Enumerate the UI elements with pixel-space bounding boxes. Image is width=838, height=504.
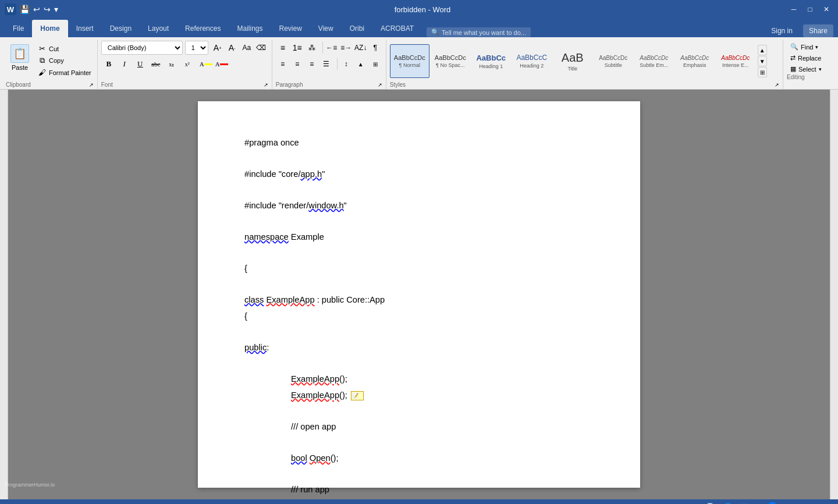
numbering-btn[interactable]: 1≡ — [290, 41, 304, 55]
style-subtitle[interactable]: AaBbCcDc Subtitle — [594, 44, 633, 78]
styles-expand[interactable]: ⊞ — [758, 67, 767, 77]
doc-line-5: { — [244, 262, 594, 275]
font-expand-icon[interactable]: ↗ — [264, 82, 268, 88]
doc-line-empty-1 — [244, 152, 594, 164]
line-spacing-btn[interactable]: ↕ — [339, 57, 353, 71]
cut-button[interactable]: ✂ Cut — [35, 43, 94, 54]
minimize-btn[interactable]: ─ — [787, 2, 801, 16]
copy-button[interactable]: ⧉ Copy — [35, 55, 94, 66]
decrease-indent-btn[interactable]: ←≡ — [325, 41, 339, 55]
tab-insert[interactable]: Insert — [68, 20, 102, 37]
clipboard-expand-icon[interactable]: ↗ — [89, 82, 94, 88]
status-bar-right: 📄 🌐 ☰ ─ + 100% — [704, 502, 832, 505]
tab-design[interactable]: Design — [102, 20, 140, 37]
paste-button[interactable]: 📋 Paste — [6, 42, 34, 73]
style-heading2[interactable]: AaBbCcC Heading 2 — [512, 44, 552, 78]
underline-button[interactable]: U — [133, 57, 148, 71]
paragraph-expand-icon[interactable]: ↗ — [378, 82, 382, 88]
tab-references[interactable]: References — [177, 20, 229, 37]
style-normal[interactable]: AaBbCcDc ¶ Normal — [390, 44, 429, 78]
doc-line-4: namespace Example — [244, 230, 594, 243]
tab-mailings[interactable]: Mailings — [229, 20, 271, 37]
scroll-area[interactable]: #pragma once #include "core/app.h" #incl… — [8, 90, 830, 499]
decrease-font-btn[interactable]: A- — [225, 41, 239, 55]
doc-line-empty-8 — [244, 405, 594, 417]
font-name-select[interactable]: Calibri (Body) — [101, 41, 183, 55]
sign-in-btn[interactable]: Sign in — [765, 24, 798, 37]
bold-button[interactable]: B — [101, 57, 116, 71]
save-icon[interactable]: 💾 — [20, 5, 30, 14]
style-emphasis[interactable]: AaBbCcDc Emphasis — [675, 44, 715, 78]
increase-indent-btn[interactable]: ≡→ — [339, 41, 353, 55]
tab-review[interactable]: Review — [271, 20, 310, 37]
scroll-bar-right[interactable] — [830, 90, 838, 499]
window-title: forbidden - Word — [58, 5, 787, 14]
tab-file[interactable]: File — [5, 20, 32, 37]
styles-scroll-up[interactable]: ▲ — [758, 45, 767, 55]
undo-icon[interactable]: ↩ — [33, 5, 40, 14]
sort-btn[interactable]: AZ↓ — [354, 41, 368, 55]
watermark: ProgrammerHumor.io — [5, 482, 55, 488]
styles-scroll-down[interactable]: ▼ — [758, 56, 767, 66]
style-title[interactable]: AaB Title — [553, 44, 592, 78]
text-highlight-btn[interactable]: A — [198, 57, 214, 71]
multilevel-btn[interactable]: ⁂ — [305, 41, 319, 55]
show-para-btn[interactable]: ¶ — [368, 41, 382, 55]
tab-layout[interactable]: Layout — [140, 20, 177, 37]
select-label: Select — [798, 66, 816, 73]
border-btn[interactable]: ⊞ — [368, 57, 382, 71]
style-heading1[interactable]: AaBbCc Heading 1 — [471, 44, 511, 78]
style-no-spacing[interactable]: AaBbCcDc ¶ No Spac... — [431, 44, 470, 78]
view-print-btn[interactable]: 📄 — [704, 502, 717, 505]
superscript-button[interactable]: x² — [180, 57, 195, 71]
maximize-btn[interactable]: □ — [803, 2, 817, 16]
format-painter-button[interactable]: 🖌 Format Painter — [35, 67, 94, 78]
bullets-btn[interactable]: ≡ — [276, 41, 290, 55]
more-quick-icon[interactable]: ▾ — [54, 5, 58, 14]
clipboard-group-label: Clipboard — [6, 81, 31, 88]
redo-icon[interactable]: ↪ — [44, 5, 51, 14]
align-right-btn[interactable]: ≡ — [305, 57, 319, 71]
change-case-btn[interactable]: Aa — [240, 41, 254, 55]
doc-line-1: #pragma once — [244, 136, 594, 149]
shading-btn[interactable]: ▲ — [354, 57, 368, 71]
tab-view[interactable]: View — [310, 20, 342, 37]
doc-line-empty-10 — [244, 468, 594, 480]
tab-home[interactable]: Home — [32, 20, 68, 37]
search-box[interactable]: 🔍 Tell me what you want to do... — [427, 27, 531, 37]
view-outline-btn[interactable]: ☰ — [739, 502, 750, 505]
paste-icon: 📋 — [10, 44, 29, 63]
zoom-slider-area: ─ + 100% — [754, 502, 832, 504]
italic-button[interactable]: I — [117, 57, 132, 71]
tab-oribi[interactable]: Oribi — [342, 20, 372, 37]
doc-line-empty-3 — [244, 215, 594, 227]
font-color-btn[interactable]: A — [214, 57, 229, 71]
style-subtle-em[interactable]: AaBbCcDc Subtle Em... — [634, 44, 674, 78]
increase-font-btn[interactable]: A+ — [211, 41, 225, 55]
style-intense-em[interactable]: AaBbCcDc Intense E... — [716, 44, 755, 78]
paragraph-group: ≡ 1≡ ⁂ ←≡ ≡→ AZ↓ ¶ ≡ ≡ ≡ ☰ ↕ ▲ ⊞ Paragra… — [272, 40, 386, 89]
replace-button[interactable]: ⇄ Replace — [787, 53, 825, 63]
clear-format-btn[interactable]: ⌫ — [254, 41, 268, 55]
align-left-btn[interactable]: ≡ — [276, 57, 290, 71]
align-center-btn[interactable]: ≡ — [290, 57, 304, 71]
share-btn[interactable]: Share — [803, 24, 833, 37]
subscript-button[interactable]: x₂ — [164, 57, 179, 71]
paragraph-group-label: Paragraph — [276, 81, 303, 88]
tab-acrobat[interactable]: ACROBAT — [372, 20, 422, 37]
view-web-btn[interactable]: 🌐 — [722, 502, 734, 505]
document-page[interactable]: #pragma once #include "core/app.h" #incl… — [198, 101, 640, 488]
zoom-slider[interactable] — [761, 502, 807, 504]
format-painter-label: Format Painter — [49, 69, 91, 76]
styles-expand-icon[interactable]: ↗ — [775, 82, 779, 88]
select-button[interactable]: ▦ Select ▾ — [787, 64, 825, 74]
justify-btn[interactable]: ☰ — [319, 57, 333, 71]
font-size-select[interactable]: 11 — [185, 41, 208, 55]
close-btn[interactable]: ✕ — [819, 2, 833, 16]
find-button[interactable]: 🔍 Find ▾ — [787, 42, 825, 52]
doc-line-empty-5 — [244, 278, 594, 290]
strikethrough-button[interactable]: abc — [148, 57, 164, 71]
paste-label: Paste — [12, 64, 28, 71]
styles-group: AaBbCcDc ¶ Normal AaBbCcDc ¶ No Spac... … — [386, 40, 783, 89]
doc-line-empty-2 — [244, 184, 594, 196]
